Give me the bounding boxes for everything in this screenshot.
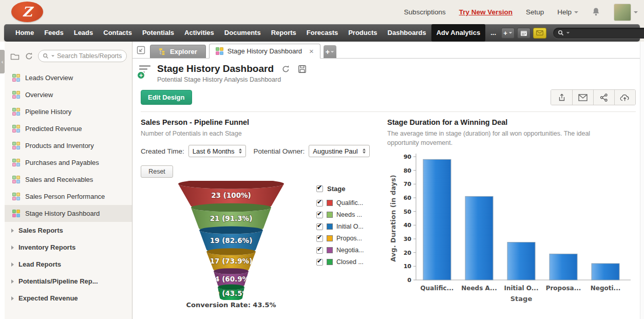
sidebar-item-sales-person-performance[interactable]: Sales Person Performance <box>5 188 132 205</box>
sidebar-item-purchases-and-payables[interactable]: Purchases and Payables <box>5 154 132 171</box>
svg-text:23 (100%): 23 (100%) <box>211 191 251 199</box>
main-area: Explorer Stage History Dashboard × + + <box>132 42 644 319</box>
email-button[interactable] <box>572 90 593 105</box>
nav-item-activities[interactable]: Activities <box>179 24 219 42</box>
sidebar-item-stage-history-dashboard[interactable]: Stage History Dashboard <box>5 205 132 222</box>
sidebar: Search Tables/Reports Leads Overview Ove… <box>5 42 132 319</box>
sidebar-search-input[interactable]: Search Tables/Reports <box>38 50 127 62</box>
legend-checkbox[interactable]: ✔ <box>316 200 323 207</box>
mail-button[interactable] <box>533 28 546 39</box>
actions-row: Edit Design <box>132 83 644 109</box>
sidebar-item-products-and-inventory[interactable]: Products and Inventory <box>5 137 132 154</box>
sidebar-folder-potentials-pipeline-reports[interactable]: Potentials/Pipeline Rep... <box>5 273 132 290</box>
nav-item-forecasts[interactable]: Forecasts <box>301 24 343 42</box>
global-search-input[interactable] <box>553 28 644 39</box>
export-button[interactable] <box>551 90 572 105</box>
chevron-right-icon <box>11 296 14 301</box>
funnel-chart[interactable]: 23 (100%)21 (91.3%)19 (82.6%)17 (73.9%)1… <box>159 181 303 300</box>
refresh-icon[interactable] <box>281 65 290 73</box>
scrollbar[interactable] <box>640 42 644 319</box>
sidebar-folder-lead-reports[interactable]: Lead Reports <box>5 256 132 273</box>
legend-checkbox-all[interactable]: ✔ <box>316 185 323 192</box>
edit-design-button[interactable]: Edit Design <box>141 90 192 105</box>
legend-checkbox[interactable]: ✔ <box>316 212 323 218</box>
legend-checkbox[interactable]: ✔ <box>316 247 323 254</box>
publish-button[interactable] <box>614 90 635 105</box>
svg-text:40: 40 <box>404 222 412 229</box>
svg-text:17 (73.9%): 17 (73.9%) <box>210 257 253 265</box>
close-icon[interactable]: × <box>309 47 314 55</box>
dashboard-filter-add-icon[interactable]: + <box>138 64 151 78</box>
folder-icon[interactable] <box>10 52 20 61</box>
sidebar-collapse-handle[interactable]: ‹ <box>0 50 5 73</box>
legend-swatch <box>327 247 333 253</box>
nav-item-adv-analytics[interactable]: Adv Analytics <box>431 24 486 42</box>
legend-swatch <box>327 235 333 241</box>
nav-add-button[interactable]: + <box>501 28 515 39</box>
nav-item-documents[interactable]: Documents <box>219 24 266 42</box>
app-window: Z Subscriptions Try New Version Setup He… <box>0 0 644 319</box>
try-new-version-link[interactable]: Try New Version <box>459 8 513 16</box>
zoho-logo[interactable]: Z <box>11 2 43 22</box>
bar-chart[interactable]: 0102030405060708090Qualific...Needs A...… <box>387 149 635 305</box>
new-tab-button[interactable]: + <box>324 45 336 58</box>
svg-text:10 (43.5%): 10 (43.5%) <box>210 289 253 297</box>
nav-item-reports[interactable]: Reports <box>266 24 301 42</box>
subscriptions-link[interactable]: Subscriptions <box>404 8 446 16</box>
check-icon: ✔ <box>317 222 322 229</box>
nav-item-potentials[interactable]: Potentials <box>137 24 179 42</box>
sidebar-item-overview[interactable]: Overview <box>5 86 132 103</box>
sidebar-folder-inventory-reports[interactable]: Inventory Reports <box>5 239 132 256</box>
help-menu[interactable]: Help <box>557 8 578 16</box>
setup-link[interactable]: Setup <box>526 8 544 16</box>
check-icon: ✔ <box>317 234 322 241</box>
created-time-select[interactable]: Last 6 Months <box>188 145 247 157</box>
bell-icon[interactable] <box>592 7 600 17</box>
nav-item-home[interactable]: Home <box>10 24 39 42</box>
sidebar-item-predicted-revenue[interactable]: Predicted Revenue <box>5 120 132 137</box>
title-row: + Stage History Dashboard Potential Stag… <box>132 59 644 83</box>
page-subtitle: Potential Stage History Analysis Dashboa… <box>157 76 307 83</box>
nav-item-more[interactable]: ... <box>485 24 501 42</box>
nav-item-products[interactable]: Products <box>343 24 382 42</box>
sidebar-folder-expected-revenue[interactable]: Expected Revenue <box>5 290 132 307</box>
dashboard-grid-icon <box>12 74 20 82</box>
legend-swatch <box>327 223 333 230</box>
nav-item-feeds[interactable]: Feeds <box>39 24 69 42</box>
legend-checkbox[interactable]: ✔ <box>316 235 323 242</box>
user-menu[interactable] <box>614 4 638 21</box>
sidebar-item-pipeline-history[interactable]: Pipeline History <box>5 103 132 120</box>
dashboard-grid-icon <box>12 176 20 183</box>
navbar-wrap: Home Feeds Leads Contacts Potentials Act… <box>0 24 644 42</box>
tab-explorer[interactable]: Explorer <box>150 45 206 58</box>
chevron-down-icon <box>51 55 54 57</box>
nav-item-leads[interactable]: Leads <box>69 24 99 42</box>
sidebar-item-leads-overview[interactable]: Leads Overview <box>5 69 132 86</box>
legend-item-needs-analysis: ✔ Needs ... <box>316 211 364 218</box>
search-icon <box>43 53 49 59</box>
nav-item-contacts[interactable]: Contacts <box>98 24 137 42</box>
save-icon[interactable] <box>298 65 307 73</box>
search-icon <box>558 30 564 36</box>
plus-icon: + <box>503 30 507 36</box>
potential-owner-select[interactable]: Augustine Paul <box>309 145 369 157</box>
collapse-corner-icon[interactable] <box>137 46 145 54</box>
sidebar-item-sales-and-receivables[interactable]: Sales and Receivables <box>5 171 132 188</box>
legend-checkbox[interactable]: ✔ <box>316 259 323 266</box>
nav-item-dashboards[interactable]: Dashboards <box>383 24 431 42</box>
tab-stage-history-dashboard[interactable]: Stage History Dashboard × <box>209 44 320 59</box>
legend-checkbox[interactable]: ✔ <box>316 223 323 230</box>
calendar-button[interactable] <box>517 28 531 39</box>
share-button[interactable] <box>593 90 614 105</box>
dashboard-grid-icon <box>12 91 20 99</box>
share-icon <box>599 93 609 102</box>
funnel-panel-title: Sales Person - Pipeline Funnel <box>141 118 381 126</box>
reset-button[interactable]: Reset <box>141 165 173 178</box>
refresh-icon[interactable] <box>25 52 33 61</box>
bar-panel-title: Stage Duration for a Winning Deal <box>387 118 640 126</box>
sidebar-folder-sales-reports[interactable]: Sales Reports <box>5 222 132 239</box>
chevron-right-icon <box>11 262 14 267</box>
chevron-right-icon <box>11 229 14 233</box>
dashboard-grid-icon <box>12 142 20 149</box>
chevron-down-icon <box>509 32 512 33</box>
